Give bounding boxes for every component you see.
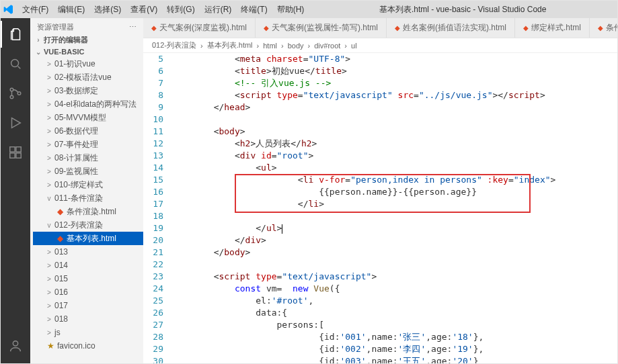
code-line[interactable]: {id:'003',name:'王五',age:'20'} <box>171 355 617 363</box>
breadcrumb[interactable]: 012-列表渲染›基本列表.html›html›body›div#root›ul <box>143 38 617 53</box>
tree-folder[interactable]: v012-列表渲染 <box>33 218 143 232</box>
svg-rect-7 <box>16 153 21 158</box>
code-line[interactable]: </ul> <box>171 222 617 234</box>
html-file-icon: ◆ <box>56 234 64 242</box>
html-file-icon: ◆ <box>523 24 529 32</box>
code-line[interactable]: <script type="text/javascript" src="../j… <box>171 89 617 101</box>
code-content[interactable]: <meta charset="UTF-8"> <title>初始vue</tit… <box>169 53 617 363</box>
tree-folder[interactable]: >013 <box>33 245 143 259</box>
code-line[interactable]: </head> <box>171 101 617 113</box>
menu-item[interactable]: 终端(T) <box>237 1 271 18</box>
explorer-sidebar: 资源管理器 ⋯ › 打开的编辑器 ⌄ VUE-BASIC >01-初识vue>0… <box>30 18 143 363</box>
code-line[interactable]: <li v-for="person,index in persons" :key… <box>171 174 617 186</box>
tree-folder[interactable]: v011-条件渲染 <box>33 191 143 205</box>
tree-folder[interactable]: >05-MVVM模型 <box>33 111 143 124</box>
tree-file[interactable]: ★favicon.ico <box>33 339 143 353</box>
explorer-tab-icon[interactable] <box>1 21 30 48</box>
file-tree: >01-初识vue>02-模板语法vue>03-数据绑定>04-el和data的… <box>30 57 143 363</box>
accounts-icon[interactable] <box>1 332 30 359</box>
tree-file[interactable]: ◆条件渲染.html <box>33 205 143 218</box>
code-line[interactable]: <title>初始vue</title> <box>171 65 617 77</box>
tree-folder[interactable]: >06-数据代理 <box>33 124 143 138</box>
menu-item[interactable]: 文件(F) <box>18 1 52 18</box>
editor-tab[interactable]: ◆天气案例(监视属性-简写).html <box>256 18 387 38</box>
tree-folder[interactable]: >04-el和data的两种写法 <box>33 97 143 111</box>
svg-rect-4 <box>10 147 15 152</box>
editor-tab[interactable]: ◆绑定样式.html <box>515 18 590 38</box>
menu-item[interactable]: 选择(S) <box>90 1 125 18</box>
breadcrumb-item[interactable]: ul <box>351 42 357 50</box>
open-editors-section[interactable]: › 打开的编辑器 <box>30 34 143 46</box>
svg-point-1 <box>10 88 13 91</box>
html-file-icon: ◆ <box>598 24 603 32</box>
source-control-tab-icon[interactable] <box>1 80 30 107</box>
vscode-logo-icon <box>3 4 14 15</box>
extensions-tab-icon[interactable] <box>1 139 30 166</box>
code-editor[interactable]: 5678910111213141516171819202122232425262… <box>143 53 617 363</box>
favicon-icon: ★ <box>46 342 54 350</box>
svg-point-0 <box>11 60 19 67</box>
workspace-section[interactable]: ⌄ VUE-BASIC <box>30 46 143 57</box>
code-line[interactable]: <h2>人员列表</h2> <box>171 138 617 150</box>
tree-folder[interactable]: >017 <box>33 299 143 312</box>
breadcrumb-item[interactable]: body <box>288 42 304 50</box>
code-line[interactable]: <meta charset="UTF-8"> <box>171 53 617 65</box>
tree-folder[interactable]: >js <box>33 326 143 339</box>
code-line[interactable]: {id:'002',name:'李四',age:'19'}, <box>171 343 617 355</box>
code-line[interactable]: </body> <box>171 246 617 259</box>
tree-folder[interactable]: >014 <box>33 259 143 272</box>
tree-folder[interactable]: >015 <box>33 272 143 285</box>
code-line[interactable]: <body> <box>171 126 617 138</box>
code-line[interactable]: persons:[ <box>171 319 617 331</box>
code-line[interactable]: </div> <box>171 234 617 246</box>
svg-rect-5 <box>16 147 21 152</box>
tree-folder[interactable]: >08-计算属性 <box>33 151 143 165</box>
editor-tab[interactable]: ◆条件渲染.html <box>590 18 617 38</box>
editor-tabs: ◆天气案例(深度监视).html◆天气案例(监视属性-简写).html◆姓名案例… <box>143 18 617 38</box>
tree-file[interactable]: ◆基本列表.html <box>33 232 143 245</box>
explorer-title: 资源管理器 <box>37 22 74 32</box>
editor-tab[interactable]: ◆天气案例(深度监视).html <box>143 18 256 38</box>
menu-item[interactable]: 帮助(H) <box>273 1 309 18</box>
code-line[interactable]: <!-- 引入vue.js --> <box>171 77 617 89</box>
breadcrumb-item[interactable]: 基本列表.html <box>207 40 253 50</box>
menu-item[interactable]: 运行(R) <box>200 1 236 18</box>
code-line[interactable] <box>171 113 617 126</box>
menu-item[interactable]: 编辑(E) <box>54 1 89 18</box>
code-line[interactable]: {{person.name}}-{{person.age}} <box>171 186 617 198</box>
tree-folder[interactable]: >03-数据绑定 <box>33 84 143 97</box>
code-line[interactable]: {id:'001',name:'张三',age:'18'}, <box>171 331 617 343</box>
tree-folder[interactable]: >09-监视属性 <box>33 165 143 178</box>
code-line[interactable]: <ul> <box>171 162 617 174</box>
code-line[interactable] <box>171 210 617 222</box>
search-tab-icon[interactable] <box>1 50 30 77</box>
code-line[interactable]: <script type="text/javascript"> <box>171 271 617 283</box>
tree-folder[interactable]: >010-绑定样式 <box>33 178 143 191</box>
run-debug-tab-icon[interactable] <box>1 109 30 136</box>
tree-folder[interactable]: >07-事件处理 <box>33 138 143 151</box>
tree-folder[interactable]: >02-模板语法vue <box>33 71 143 84</box>
window-title: 基本列表.html - vue-basic - Visual Studio Co… <box>308 4 617 15</box>
menu-item[interactable]: 查看(V) <box>126 1 161 18</box>
breadcrumb-item[interactable]: 012-列表渲染 <box>152 40 196 50</box>
code-line[interactable]: </li> <box>171 198 617 210</box>
html-file-icon: ◆ <box>264 24 269 32</box>
title-bar: 文件(F)编辑(E)选择(S)查看(V)转到(G)运行(R)终端(T)帮助(H)… <box>1 1 617 18</box>
line-number-gutter: 5678910111213141516171819202122232425262… <box>143 53 169 363</box>
code-line[interactable]: el:'#root', <box>171 295 617 307</box>
breadcrumb-item[interactable]: html <box>263 42 277 50</box>
tree-folder[interactable]: >018 <box>33 312 143 326</box>
breadcrumb-item[interactable]: div#root <box>314 42 340 50</box>
code-line[interactable]: const vm= new Vue({ <box>171 283 617 295</box>
more-icon[interactable]: ⋯ <box>129 23 137 32</box>
code-line[interactable] <box>171 259 617 271</box>
tree-folder[interactable]: >01-初识vue <box>33 57 143 71</box>
code-line[interactable]: data:{ <box>171 307 617 319</box>
menu-item[interactable]: 转到(G) <box>163 1 198 18</box>
svg-point-8 <box>13 341 17 346</box>
activity-bar <box>1 18 30 363</box>
editor-tab[interactable]: ◆姓名案例(插值语法实现).html <box>387 18 515 38</box>
code-line[interactable]: <div id="root"> <box>171 150 617 162</box>
html-file-icon: ◆ <box>56 208 64 216</box>
tree-folder[interactable]: >016 <box>33 285 143 299</box>
